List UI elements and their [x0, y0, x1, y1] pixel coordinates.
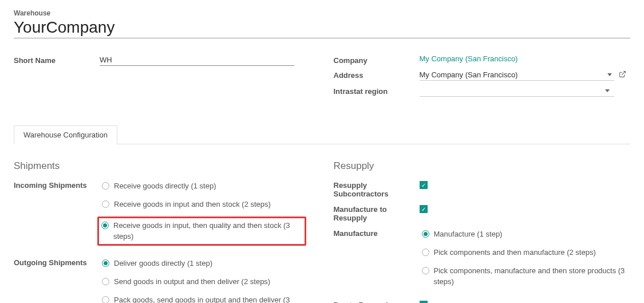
incoming-option-3[interactable]: Receive goods in input, then quality and… [97, 217, 306, 245]
shipments-title: Shipments [14, 160, 311, 172]
outgoing-label: Outgoing Shipments [14, 257, 100, 267]
chevron-down-icon [605, 89, 610, 92]
outgoing-option-3[interactable]: Pack goods, send goods in output and the… [100, 294, 311, 303]
radio-label: Send goods in output and then deliver (2… [114, 277, 270, 287]
address-value: My Company (San Francisco) [420, 70, 605, 79]
address-label: Address [334, 69, 420, 80]
manufacture-option-2[interactable]: Pick components and then manufacture (2 … [420, 246, 631, 259]
short-name-input[interactable] [100, 54, 294, 66]
address-select[interactable]: My Company (San Francisco) [420, 69, 614, 81]
resupply-subcontractors-checkbox[interactable] [420, 181, 428, 189]
radio-icon [422, 249, 429, 256]
buy-to-resupply-label: Buy to Resupply [334, 300, 420, 303]
radio-label: Receive goods in input and then stock (2… [114, 199, 271, 210]
shipments-section: Shipments Incoming Shipments Receive goo… [14, 160, 311, 303]
radio-label: Deliver goods directly (1 step) [114, 258, 212, 269]
radio-icon [102, 259, 109, 267]
tab-warehouse-configuration[interactable]: Warehouse Configuration [14, 125, 117, 144]
incoming-label: Incoming Shipments [14, 180, 100, 190]
radio-icon [102, 278, 109, 285]
manufacture-to-resupply-checkbox[interactable] [420, 205, 428, 213]
intrastat-label: Intrastat region [334, 85, 420, 96]
radio-label: Pick components, manufacture and then st… [434, 266, 629, 286]
short-name-label: Short Name [14, 54, 100, 65]
radio-label: Pack goods, send goods in output and the… [114, 295, 309, 303]
outgoing-option-1[interactable]: Deliver goods directly (1 step) [100, 257, 311, 270]
sections: Shipments Incoming Shipments Receive goo… [14, 160, 630, 303]
radio-icon [102, 200, 109, 208]
outgoing-option-2[interactable]: Send goods in output and then deliver (2… [100, 276, 311, 288]
warehouse-name-input[interactable]: YourCompany [14, 18, 630, 38]
company-link[interactable]: My Company (San Francisco) [420, 54, 518, 63]
radio-label: Receive goods directly (1 step) [114, 181, 216, 191]
left-col: Short Name [14, 54, 311, 101]
svg-line-0 [622, 72, 625, 75]
external-link-icon[interactable] [619, 70, 626, 80]
radio-label: Receive goods in input, then quality and… [113, 221, 302, 241]
incoming-option-2[interactable]: Receive goods in input and then stock (2… [100, 198, 311, 211]
resupply-title: Resupply [334, 160, 631, 172]
radio-icon [102, 182, 109, 190]
radio-icon [101, 222, 109, 229]
header-label: Warehouse [14, 9, 630, 17]
tabs: Warehouse Configuration [14, 125, 630, 144]
radio-icon [422, 267, 429, 274]
buy-to-resupply-checkbox[interactable] [420, 301, 428, 303]
resupply-section: Resupply Resupply Subcontractors Manufac… [334, 160, 631, 303]
right-col: Company My Company (San Francisco) Addre… [334, 54, 631, 101]
manufacture-option-1[interactable]: Manufacture (1 step) [420, 228, 631, 241]
form-top: Short Name Company My Company (San Franc… [14, 54, 630, 101]
intrastat-select[interactable] [420, 85, 614, 97]
radio-icon [102, 296, 109, 303]
resupply-subcontractors-label: Resupply Subcontractors [334, 180, 420, 198]
radio-label: Pick components and then manufacture (2 … [434, 247, 596, 258]
chevron-down-icon [607, 73, 612, 76]
header: Warehouse YourCompany [14, 9, 630, 38]
radio-label: Manufacture (1 step) [434, 229, 503, 239]
manufacture-label: Manufacture [334, 228, 420, 238]
manufacture-option-3[interactable]: Pick components, manufacture and then st… [420, 265, 631, 288]
company-label: Company [334, 54, 420, 65]
radio-icon [422, 230, 429, 238]
incoming-option-1[interactable]: Receive goods directly (1 step) [100, 180, 311, 192]
manufacture-to-resupply-label: Manufacture to Resupply [334, 204, 420, 222]
